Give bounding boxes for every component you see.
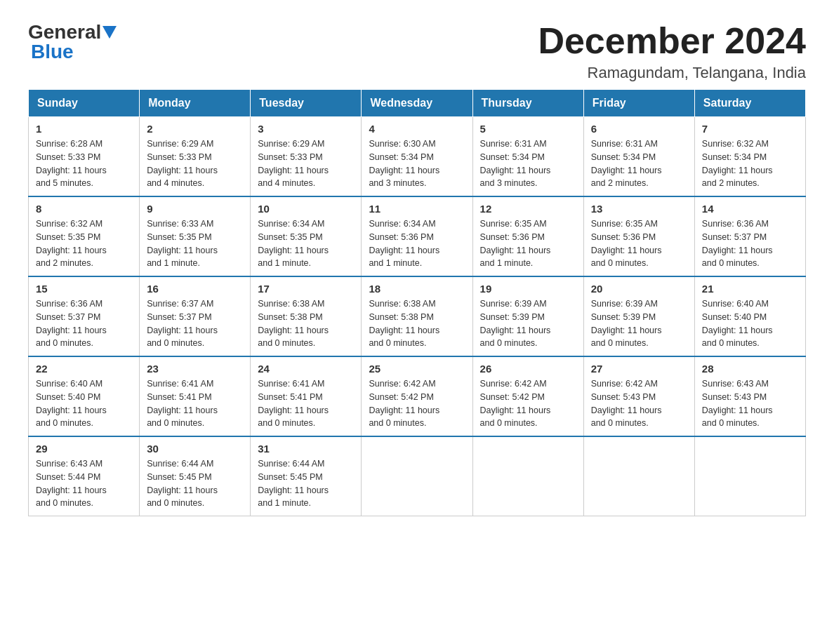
day-info: Sunrise: 6:31 AMSunset: 5:34 PMDaylight:… xyxy=(480,137,576,190)
day-info: Sunrise: 6:41 AMSunset: 5:41 PMDaylight:… xyxy=(147,377,243,430)
day-number: 15 xyxy=(36,283,132,295)
day-info: Sunrise: 6:38 AMSunset: 5:38 PMDaylight:… xyxy=(369,297,465,350)
location-text: Ramagundam, Telangana, India xyxy=(538,64,806,82)
day-number: 29 xyxy=(36,443,132,455)
day-number: 30 xyxy=(147,443,243,455)
calendar-cell: 18Sunrise: 6:38 AMSunset: 5:38 PMDayligh… xyxy=(362,276,472,356)
day-info: Sunrise: 6:42 AMSunset: 5:43 PMDaylight:… xyxy=(591,377,687,430)
calendar-week-row-2: 8Sunrise: 6:32 AMSunset: 5:35 PMDaylight… xyxy=(29,196,806,276)
calendar-cell: 30Sunrise: 6:44 AMSunset: 5:45 PMDayligh… xyxy=(140,436,251,516)
day-info: Sunrise: 6:32 AMSunset: 5:35 PMDaylight:… xyxy=(36,217,132,270)
col-header-sunday: Sunday xyxy=(29,90,140,117)
logo: General Blue xyxy=(28,21,117,63)
calendar-cell xyxy=(583,436,694,516)
col-header-friday: Friday xyxy=(583,90,694,117)
day-info: Sunrise: 6:38 AMSunset: 5:38 PMDaylight:… xyxy=(258,297,354,350)
page-header: General Blue December 2024 Ramagundam, T… xyxy=(28,21,806,82)
day-number: 26 xyxy=(480,363,576,375)
day-number: 22 xyxy=(36,363,132,375)
day-number: 31 xyxy=(258,443,354,455)
calendar-cell: 23Sunrise: 6:41 AMSunset: 5:41 PMDayligh… xyxy=(140,356,251,436)
day-number: 3 xyxy=(258,123,354,135)
calendar-cell: 17Sunrise: 6:38 AMSunset: 5:38 PMDayligh… xyxy=(251,276,362,356)
calendar-cell: 20Sunrise: 6:39 AMSunset: 5:39 PMDayligh… xyxy=(583,276,694,356)
day-info: Sunrise: 6:33 AMSunset: 5:35 PMDaylight:… xyxy=(147,217,243,270)
day-number: 14 xyxy=(702,203,798,215)
day-number: 18 xyxy=(369,283,465,295)
day-number: 19 xyxy=(480,283,576,295)
col-header-thursday: Thursday xyxy=(472,90,583,117)
calendar-cell: 25Sunrise: 6:42 AMSunset: 5:42 PMDayligh… xyxy=(362,356,472,436)
day-info: Sunrise: 6:43 AMSunset: 5:43 PMDaylight:… xyxy=(702,377,798,430)
col-header-tuesday: Tuesday xyxy=(251,90,362,117)
calendar-cell: 24Sunrise: 6:41 AMSunset: 5:41 PMDayligh… xyxy=(251,356,362,436)
day-number: 8 xyxy=(36,203,132,215)
day-info: Sunrise: 6:34 AMSunset: 5:35 PMDaylight:… xyxy=(258,217,354,270)
calendar-table: SundayMondayTuesdayWednesdayThursdayFrid… xyxy=(28,89,806,516)
calendar-cell: 13Sunrise: 6:35 AMSunset: 5:36 PMDayligh… xyxy=(583,196,694,276)
day-number: 12 xyxy=(480,203,576,215)
day-info: Sunrise: 6:29 AMSunset: 5:33 PMDaylight:… xyxy=(258,137,354,190)
calendar-cell: 14Sunrise: 6:36 AMSunset: 5:37 PMDayligh… xyxy=(694,196,805,276)
day-info: Sunrise: 6:36 AMSunset: 5:37 PMDaylight:… xyxy=(702,217,798,270)
day-info: Sunrise: 6:35 AMSunset: 5:36 PMDaylight:… xyxy=(480,217,576,270)
col-header-saturday: Saturday xyxy=(694,90,805,117)
day-number: 21 xyxy=(702,283,798,295)
calendar-cell: 15Sunrise: 6:36 AMSunset: 5:37 PMDayligh… xyxy=(29,276,140,356)
calendar-cell: 19Sunrise: 6:39 AMSunset: 5:39 PMDayligh… xyxy=(472,276,583,356)
day-number: 25 xyxy=(369,363,465,375)
day-info: Sunrise: 6:44 AMSunset: 5:45 PMDaylight:… xyxy=(147,457,243,510)
calendar-cell: 4Sunrise: 6:30 AMSunset: 5:34 PMDaylight… xyxy=(362,117,472,197)
calendar-cell: 21Sunrise: 6:40 AMSunset: 5:40 PMDayligh… xyxy=(694,276,805,356)
day-info: Sunrise: 6:42 AMSunset: 5:42 PMDaylight:… xyxy=(369,377,465,430)
svg-marker-0 xyxy=(102,26,117,39)
day-number: 11 xyxy=(369,203,465,215)
calendar-cell: 7Sunrise: 6:32 AMSunset: 5:34 PMDaylight… xyxy=(694,117,805,197)
day-info: Sunrise: 6:40 AMSunset: 5:40 PMDaylight:… xyxy=(702,297,798,350)
day-number: 6 xyxy=(591,123,687,135)
day-number: 2 xyxy=(147,123,243,135)
day-number: 5 xyxy=(480,123,576,135)
calendar-cell: 31Sunrise: 6:44 AMSunset: 5:45 PMDayligh… xyxy=(251,436,362,516)
calendar-cell: 5Sunrise: 6:31 AMSunset: 5:34 PMDaylight… xyxy=(472,117,583,197)
day-info: Sunrise: 6:30 AMSunset: 5:34 PMDaylight:… xyxy=(369,137,465,190)
calendar-cell: 3Sunrise: 6:29 AMSunset: 5:33 PMDaylight… xyxy=(251,117,362,197)
calendar-cell: 22Sunrise: 6:40 AMSunset: 5:40 PMDayligh… xyxy=(29,356,140,436)
day-number: 1 xyxy=(36,123,132,135)
day-info: Sunrise: 6:42 AMSunset: 5:42 PMDaylight:… xyxy=(480,377,576,430)
day-info: Sunrise: 6:36 AMSunset: 5:37 PMDaylight:… xyxy=(36,297,132,350)
day-info: Sunrise: 6:39 AMSunset: 5:39 PMDaylight:… xyxy=(480,297,576,350)
day-info: Sunrise: 6:44 AMSunset: 5:45 PMDaylight:… xyxy=(258,457,354,510)
day-info: Sunrise: 6:40 AMSunset: 5:40 PMDaylight:… xyxy=(36,377,132,430)
day-number: 16 xyxy=(147,283,243,295)
calendar-cell: 26Sunrise: 6:42 AMSunset: 5:42 PMDayligh… xyxy=(472,356,583,436)
day-info: Sunrise: 6:39 AMSunset: 5:39 PMDaylight:… xyxy=(591,297,687,350)
calendar-cell xyxy=(694,436,805,516)
day-number: 10 xyxy=(258,203,354,215)
day-number: 28 xyxy=(702,363,798,375)
calendar-week-row-1: 1Sunrise: 6:28 AMSunset: 5:33 PMDaylight… xyxy=(29,117,806,197)
calendar-cell xyxy=(362,436,472,516)
calendar-cell: 29Sunrise: 6:43 AMSunset: 5:44 PMDayligh… xyxy=(29,436,140,516)
calendar-week-row-4: 22Sunrise: 6:40 AMSunset: 5:40 PMDayligh… xyxy=(29,356,806,436)
day-info: Sunrise: 6:37 AMSunset: 5:37 PMDaylight:… xyxy=(147,297,243,350)
day-info: Sunrise: 6:32 AMSunset: 5:34 PMDaylight:… xyxy=(702,137,798,190)
day-number: 27 xyxy=(591,363,687,375)
logo-blue-text: Blue xyxy=(28,41,74,63)
calendar-cell: 8Sunrise: 6:32 AMSunset: 5:35 PMDaylight… xyxy=(29,196,140,276)
day-info: Sunrise: 6:41 AMSunset: 5:41 PMDaylight:… xyxy=(258,377,354,430)
col-header-monday: Monday xyxy=(140,90,251,117)
calendar-cell: 12Sunrise: 6:35 AMSunset: 5:36 PMDayligh… xyxy=(472,196,583,276)
day-number: 7 xyxy=(702,123,798,135)
logo-triangle-icon xyxy=(102,26,117,40)
calendar-cell xyxy=(472,436,583,516)
day-number: 23 xyxy=(147,363,243,375)
calendar-cell: 6Sunrise: 6:31 AMSunset: 5:34 PMDaylight… xyxy=(583,117,694,197)
day-info: Sunrise: 6:35 AMSunset: 5:36 PMDaylight:… xyxy=(591,217,687,270)
calendar-cell: 28Sunrise: 6:43 AMSunset: 5:43 PMDayligh… xyxy=(694,356,805,436)
day-info: Sunrise: 6:28 AMSunset: 5:33 PMDaylight:… xyxy=(36,137,132,190)
calendar-cell: 2Sunrise: 6:29 AMSunset: 5:33 PMDaylight… xyxy=(140,117,251,197)
day-number: 20 xyxy=(591,283,687,295)
calendar-cell: 11Sunrise: 6:34 AMSunset: 5:36 PMDayligh… xyxy=(362,196,472,276)
day-info: Sunrise: 6:43 AMSunset: 5:44 PMDaylight:… xyxy=(36,457,132,510)
